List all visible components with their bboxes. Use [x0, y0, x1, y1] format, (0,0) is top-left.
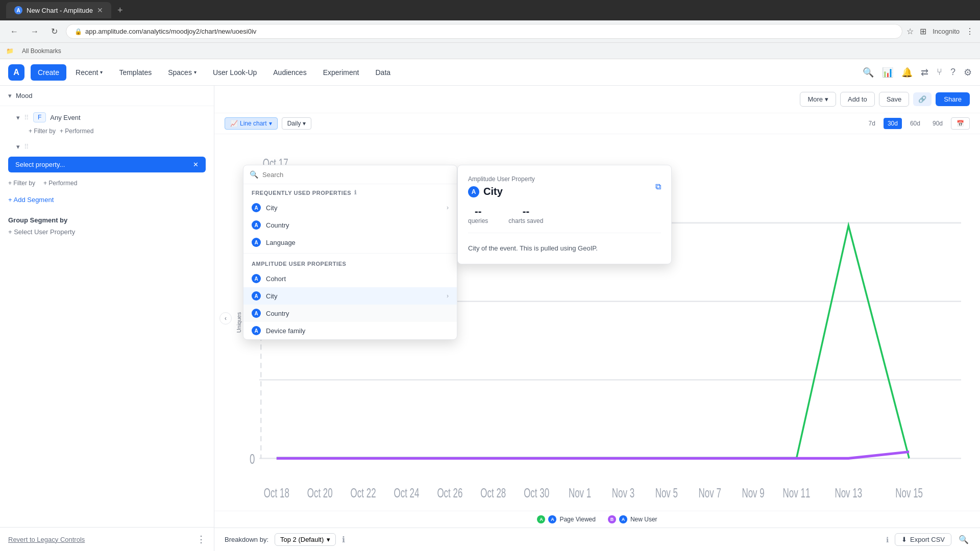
performed-link2[interactable]: + Performed	[43, 180, 77, 187]
preview-stats: -- queries -- charts saved	[468, 206, 661, 233]
extension-icon[interactable]: ⊞	[920, 27, 926, 36]
more-options-icon[interactable]: ⋮	[197, 534, 206, 545]
help-icon[interactable]: ?	[950, 67, 955, 78]
nav-data[interactable]: Data	[368, 64, 398, 81]
nav-recent[interactable]: Recent ▾	[68, 64, 110, 81]
tab-close-button[interactable]: ✕	[97, 6, 103, 14]
top-nav: A Create Recent ▾ Templates Spaces ▾ Use…	[0, 59, 980, 86]
filter-by-link2[interactable]: + Filter by	[8, 180, 35, 187]
notification-bell-icon[interactable]: 🔔	[901, 67, 913, 78]
chart-icon[interactable]: 📊	[882, 67, 893, 78]
svg-text:Nov 7: Nov 7	[699, 486, 721, 500]
top-nav-actions: 🔍 📊 🔔 ⇄ ⑂ ? ⚙	[863, 67, 972, 78]
refresh-button[interactable]: ↻	[47, 24, 62, 38]
search-icon[interactable]: 🔍	[863, 67, 874, 78]
chart-options: 📈 Line chart ▾ Daily ▾ 7d 30d 60d 90d 📅	[214, 113, 980, 134]
frequency-button[interactable]: Daily ▾	[282, 117, 312, 130]
select-property-close-icon[interactable]: ✕	[193, 161, 199, 168]
add-segment-button[interactable]: + Add Segment	[8, 192, 54, 208]
preview-title-icon: A	[468, 186, 479, 197]
all-bookmarks-label[interactable]: All Bookmarks	[22, 47, 61, 55]
chart-info-icon[interactable]: ℹ	[886, 536, 889, 544]
legend-b-icon: B	[608, 515, 616, 523]
time-30d-button[interactable]: 30d	[884, 118, 902, 129]
right-panel: More ▾ Add to Save 🔗 Share 📈 Line ch	[214, 86, 980, 551]
freq-city-item[interactable]: A City ›	[243, 199, 457, 216]
back-button[interactable]: ←	[6, 25, 22, 38]
dropdown-search-input[interactable]	[262, 171, 451, 179]
time-90d-button[interactable]: 90d	[928, 118, 947, 129]
legend-amplitude-icon: A	[548, 515, 556, 523]
freq-language-item[interactable]: A Language	[243, 234, 457, 251]
external-link-icon[interactable]: ⧉	[655, 182, 661, 191]
select-property-label[interactable]: Select property...	[15, 161, 65, 168]
branch-icon[interactable]: ⑂	[937, 67, 942, 78]
svg-text:Nov 13: Nov 13	[835, 486, 862, 500]
more-button[interactable]: More ▾	[800, 92, 836, 107]
bookmark-star-icon[interactable]: ☆	[906, 27, 914, 36]
amp-city-chevron-icon: ›	[447, 292, 449, 299]
table-search-icon[interactable]: 🔍	[958, 534, 970, 546]
breakdown-chevron-icon: ▾	[327, 536, 330, 543]
legend-amplitude-2-icon: A	[619, 515, 627, 523]
performed-link[interactable]: + Performed	[60, 128, 93, 135]
chart-legend: A A Page Viewed B A New User	[214, 511, 980, 528]
revert-legacy-link[interactable]: Revert to Legacy Controls	[8, 536, 85, 543]
event-expand-2-icon[interactable]: ▾	[16, 143, 20, 151]
svg-text:0: 0	[250, 450, 255, 467]
legend-item-new-user[interactable]: B A New User	[608, 515, 657, 523]
group-segment-area: Group Segment by + Select User Property	[0, 210, 214, 236]
amp-city-item[interactable]: A City ›	[243, 287, 457, 305]
link-button[interactable]: 🔗	[913, 92, 932, 106]
event-expand-icon[interactable]: ▾	[16, 114, 20, 121]
menu-icon[interactable]: ⋮	[966, 27, 974, 36]
queries-label: queries	[468, 217, 488, 224]
time-60d-button[interactable]: 60d	[906, 118, 924, 129]
settings-gear-icon[interactable]: ⚙	[964, 67, 972, 78]
drag-handle-icon[interactable]: ⠿	[24, 114, 29, 121]
bookmarks-bar: 📁 All Bookmarks	[0, 43, 980, 59]
amp-cohort-icon: A	[252, 274, 261, 283]
freq-country-item[interactable]: A Country	[243, 216, 457, 234]
nav-experiment[interactable]: Experiment	[316, 64, 366, 81]
forward-button[interactable]: →	[27, 25, 43, 38]
breakdown-select[interactable]: Top 2 (Default) ▾	[275, 533, 336, 546]
browser-tab[interactable]: A New Chart - Amplitude ✕	[6, 2, 111, 18]
preview-title: A City	[468, 186, 535, 197]
workspace-label: Mood	[16, 92, 33, 99]
page-viewed-label: Page Viewed	[559, 516, 596, 523]
expand-arrow-icon[interactable]: ▾	[8, 92, 12, 99]
amp-device-family-item[interactable]: A Device family	[243, 322, 457, 339]
collapse-panel-button[interactable]: ‹	[219, 312, 232, 324]
dropdown-list: Frequently used properties ℹ A City › A …	[243, 184, 457, 339]
spaces-chevron-icon: ▾	[194, 69, 197, 75]
amplitude-logo[interactable]: A	[8, 64, 24, 81]
calendar-button[interactable]: 📅	[951, 117, 970, 130]
legend-item-page-viewed[interactable]: A A Page Viewed	[537, 515, 596, 523]
nav-create[interactable]: Create	[31, 64, 66, 81]
filter-by-link[interactable]: + Filter by	[29, 128, 56, 135]
dropdown-search-icon: 🔍	[250, 170, 258, 179]
time-7d-button[interactable]: 7d	[865, 118, 879, 129]
chart-type-button[interactable]: 📈 Line chart ▾	[225, 117, 278, 130]
legend-a-icon: A	[537, 515, 545, 523]
amp-cohort-item[interactable]: A Cohort	[243, 270, 457, 287]
share-button[interactable]: Share	[936, 92, 970, 106]
nav-user-lookup[interactable]: User Look-Up	[206, 64, 264, 81]
charts-saved-stat: -- charts saved	[508, 206, 543, 224]
svg-text:Nov 5: Nov 5	[655, 486, 678, 500]
nav-audiences[interactable]: Audiences	[266, 64, 313, 81]
nav-templates[interactable]: Templates	[112, 64, 159, 81]
bottom-controls: Revert to Legacy Controls ⋮	[0, 527, 214, 551]
nav-spaces[interactable]: Spaces ▾	[161, 64, 204, 81]
add-to-button[interactable]: Add to	[840, 92, 875, 107]
breakdown-info-icon[interactable]: ℹ	[342, 535, 345, 544]
new-tab-button[interactable]: +	[117, 5, 123, 16]
save-button[interactable]: Save	[879, 92, 910, 107]
export-csv-button[interactable]: ⬇ Export CSV	[895, 533, 951, 546]
refresh-sync-icon[interactable]: ⇄	[921, 67, 928, 78]
amp-country-item[interactable]: A Country	[243, 305, 457, 322]
freq-language-icon: A	[252, 238, 261, 247]
drag-handle-2-icon[interactable]: ⠿	[24, 143, 29, 151]
address-bar[interactable]: 🔒 app.amplitude.com/analytics/moodjoy2/c…	[66, 24, 902, 39]
